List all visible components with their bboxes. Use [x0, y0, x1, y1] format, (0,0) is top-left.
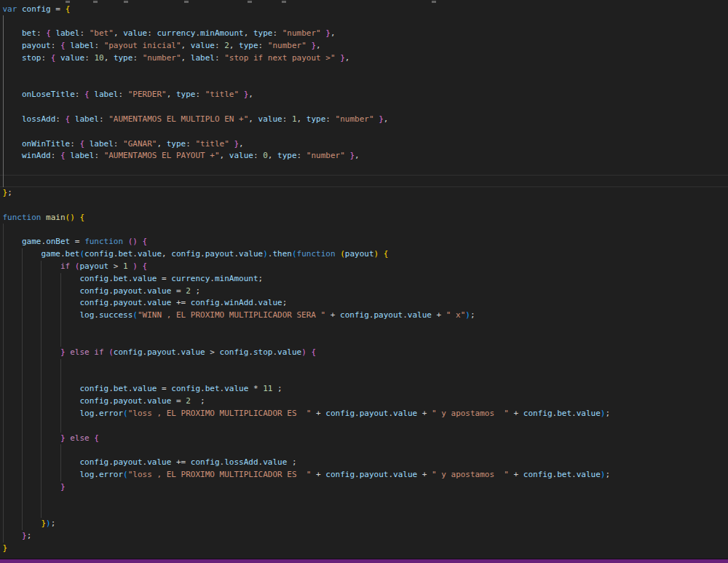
indent-guide	[22, 297, 23, 310]
code-token: )	[465, 310, 470, 320]
code-line[interactable]	[0, 494, 728, 506]
code-line[interactable]: } else {	[0, 433, 728, 445]
code-line[interactable]: log.success("WINN , EL PROXIMO MULTIPLIC…	[0, 310, 728, 322]
code-token: payout	[147, 347, 176, 357]
code-line[interactable]: onLoseTitle: { label: "PERDER", type: "t…	[0, 89, 728, 101]
indent-guide	[22, 481, 23, 494]
code-line[interactable]: function main() {	[0, 212, 728, 224]
indent-guide	[22, 395, 23, 408]
code-token: payout	[360, 409, 389, 418]
code-line[interactable]: };	[0, 530, 728, 543]
code-line[interactable]	[0, 224, 728, 236]
code-editor[interactable]: var config = { bet: { label: "bet", valu…	[0, 0, 728, 555]
indent-guide	[3, 40, 4, 52]
indent-guide	[3, 248, 4, 261]
code-line[interactable]: game.onBet = function () {	[0, 236, 728, 248]
code-line[interactable]: lossAdd: { label: "AUMENTAMOS EL MULTIPL…	[0, 114, 728, 126]
code-line[interactable]: winAdd: { label: "AUMENTAMOS EL PAYOUT +…	[0, 150, 728, 162]
code-line[interactable]	[0, 371, 728, 383]
code-line[interactable]: onWinTitle: { label: "GANAR", type: "tit…	[0, 138, 728, 151]
code-token: ,	[268, 151, 277, 160]
code-token: type	[114, 53, 133, 63]
code-line[interactable]	[0, 65, 728, 77]
code-line[interactable]	[0, 15, 728, 28]
code-line[interactable]: var config = {	[0, 4, 728, 16]
code-token: label	[75, 114, 99, 124]
code-token: value	[191, 41, 215, 50]
indent-guide	[3, 420, 4, 433]
code-token	[84, 139, 90, 149]
code-token	[3, 90, 23, 99]
indent-guide	[22, 505, 23, 518]
code-token: {	[46, 28, 51, 38]
indent-guide	[41, 371, 41, 383]
code-token: .	[176, 347, 181, 357]
indent-guide	[3, 28, 4, 40]
code-token: }	[60, 433, 66, 443]
code-token: lossAdd	[224, 457, 258, 467]
code-token: value	[60, 53, 84, 63]
code-line[interactable]: game.bet(config.bet.value, config.payout…	[0, 248, 728, 261]
code-token: :	[272, 28, 282, 38]
code-token: value	[239, 249, 263, 259]
code-line[interactable]: config.bet.value = config.bet.value * 11…	[0, 383, 728, 395]
indent-guide	[3, 494, 4, 506]
code-token: }	[60, 347, 66, 357]
code-line[interactable]	[0, 334, 728, 347]
indent-guide	[3, 457, 4, 469]
code-line[interactable]: log.error("loss , EL PROXIMO MULTIPLICAD…	[0, 408, 728, 420]
code-line[interactable]: config.bet.value = currency.minAmount;	[0, 273, 728, 286]
code-token	[70, 261, 75, 271]
code-line[interactable]	[0, 359, 728, 371]
code-token	[3, 237, 23, 246]
code-token: :	[70, 139, 79, 149]
code-token: winAdd	[22, 151, 51, 160]
code-token: bet	[114, 384, 128, 393]
indent-guide	[3, 334, 4, 347]
indent-guide	[22, 444, 23, 457]
code-token: bet	[557, 470, 571, 479]
code-token: label	[70, 151, 94, 160]
code-line[interactable]	[0, 126, 728, 138]
code-line[interactable]: }	[0, 481, 728, 494]
indent-guide	[3, 65, 4, 77]
code-line[interactable]	[0, 444, 728, 457]
indent-guide	[3, 15, 4, 28]
code-token: then	[272, 249, 292, 259]
code-line[interactable]: config.payout.value += config.lossAdd.va…	[0, 457, 728, 469]
code-token: ,	[345, 53, 350, 63]
code-token: label	[70, 41, 94, 50]
code-line[interactable]: stop: { value: 10, type: "number", label…	[0, 52, 728, 65]
code-line[interactable]: };	[0, 187, 728, 200]
code-token: +	[509, 470, 523, 479]
code-line[interactable]: config.payout.value = 2 ;	[0, 286, 728, 298]
indent-guide	[3, 505, 4, 518]
code-token: 11	[263, 384, 272, 393]
code-token: value	[258, 298, 282, 307]
code-token: "number"	[143, 53, 181, 63]
code-token: *	[248, 384, 263, 393]
code-line[interactable]	[0, 505, 728, 518]
code-token: value	[147, 396, 171, 406]
code-line[interactable]: bet: { label: "bet", value: currency.min…	[0, 28, 728, 40]
code-line[interactable]: config.payout.value = 2 ;	[0, 395, 728, 408]
code-line[interactable]: } else if (config.payout.value > config.…	[0, 347, 728, 359]
indent-guide	[22, 322, 23, 334]
indent-guide	[22, 518, 23, 530]
code-line[interactable]	[0, 77, 728, 90]
code-line[interactable]: config.payout.value += config.winAdd.val…	[0, 297, 728, 310]
code-line[interactable]	[0, 200, 728, 212]
code-token: "number"	[282, 28, 321, 38]
code-line[interactable]	[0, 162, 728, 175]
code-line[interactable]	[0, 322, 728, 334]
code-line[interactable]: });	[0, 518, 728, 530]
code-line[interactable]: payout: { label: "payout inicial", value…	[0, 40, 728, 52]
code-token: value	[138, 249, 162, 259]
indent-guide	[3, 138, 4, 151]
code-line[interactable]: log.error("loss , EL PROXIMO MULTIPLICAD…	[0, 469, 728, 481]
code-line[interactable]	[0, 101, 728, 114]
code-line-current[interactable]	[0, 175, 728, 187]
code-line[interactable]: if (payout > 1 ) {	[0, 261, 728, 273]
code-line[interactable]: }	[0, 543, 728, 555]
code-line[interactable]	[0, 420, 728, 433]
